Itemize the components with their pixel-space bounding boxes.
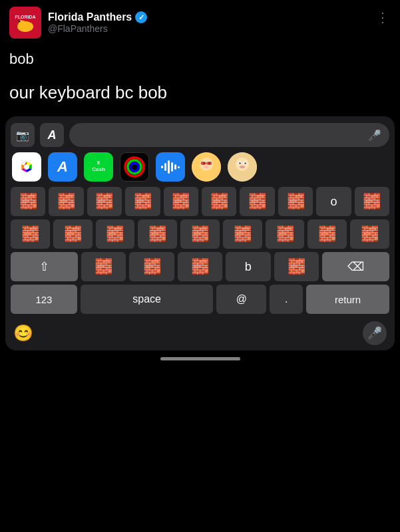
app-memoji2[interactable] xyxy=(228,152,257,182)
verified-badge xyxy=(135,11,147,23)
key-brick-r2-2[interactable]: 🧱 xyxy=(53,219,93,249)
key-brick-4[interactable]: 🧱 xyxy=(125,187,160,216)
account-name: Florida Panthers xyxy=(48,11,147,23)
app-memoji1[interactable] xyxy=(192,152,221,182)
tweet-header: FLORIDA Florida Panthers @FlaPanthers ⋮ xyxy=(0,0,400,45)
app-cash[interactable]: $ Cash xyxy=(84,152,113,182)
at-key[interactable]: @ xyxy=(216,285,266,314)
app-voice-memos[interactable] xyxy=(156,152,185,182)
svg-text:Cash: Cash xyxy=(92,166,105,172)
svg-rect-23 xyxy=(174,164,176,170)
app-icon: A xyxy=(48,128,57,142)
svg-rect-32 xyxy=(201,162,206,165)
account-handle[interactable]: @FlaPanthers xyxy=(48,23,147,34)
space-key[interactable]: space xyxy=(81,285,214,314)
tweet-line1: bob xyxy=(0,45,400,76)
app-button[interactable]: A xyxy=(40,123,64,147)
svg-text:$: $ xyxy=(97,160,100,166)
key-brick-2[interactable]: 🧱 xyxy=(49,187,83,216)
key-brick-r2-6[interactable]: 🧱 xyxy=(223,219,262,249)
svg-text:A: A xyxy=(57,158,68,175)
svg-point-39 xyxy=(239,162,240,164)
svg-rect-21 xyxy=(168,160,170,174)
return-key[interactable]: return xyxy=(306,285,389,314)
key-brick-r2-5[interactable]: 🧱 xyxy=(180,219,220,249)
app-appstore[interactable]: A xyxy=(48,152,77,182)
key-brick-3[interactable]: 🧱 xyxy=(87,187,122,216)
key-brick-7[interactable]: 🧱 xyxy=(240,187,274,216)
emoji-button[interactable]: 😊 xyxy=(13,324,33,342)
key-brick-r3-3[interactable]: 🧱 xyxy=(178,252,222,281)
tweet-line2: our keyboard bc bob xyxy=(0,76,400,116)
svg-point-8 xyxy=(24,164,29,170)
svg-point-40 xyxy=(244,162,246,164)
svg-point-41 xyxy=(240,166,245,168)
camera-icon: 📷 xyxy=(16,129,29,142)
svg-rect-19 xyxy=(161,166,163,168)
key-o[interactable]: o xyxy=(316,187,351,216)
key-brick-r3-4[interactable]: 🧱 xyxy=(274,252,319,281)
avatar[interactable]: FLORIDA xyxy=(9,7,41,39)
key-row-2: 🧱 🧱 🧱 🧱 🧱 🧱 🧱 🧱 🧱 xyxy=(11,219,389,249)
numbers-key[interactable]: 123 xyxy=(11,285,77,314)
key-brick-r2-1[interactable]: 🧱 xyxy=(11,219,50,249)
key-row-3: ⇧ 🧱 🧱 🧱 b 🧱 ⌫ xyxy=(11,252,389,281)
svg-text:FLORIDA: FLORIDA xyxy=(15,15,35,19)
mic-icon: 🎤 xyxy=(368,129,381,142)
svg-rect-20 xyxy=(164,163,166,171)
key-row-1: 🧱 🧱 🧱 🧱 🧱 🧱 🧱 🧱 o 🧱 xyxy=(11,187,389,216)
svg-rect-34 xyxy=(206,163,207,164)
camera-button[interactable]: 📷 xyxy=(11,123,35,147)
svg-point-36 xyxy=(236,158,249,171)
account-name-text: Florida Panthers xyxy=(48,11,132,23)
search-bar[interactable]: 🎤 xyxy=(69,123,389,147)
svg-rect-33 xyxy=(207,162,212,165)
home-indicator xyxy=(160,357,240,360)
keyboard-top-bar: 📷 A 🎤 xyxy=(11,123,389,147)
key-brick-r3-1[interactable]: 🧱 xyxy=(81,252,126,281)
keyboard-footer: 😊 🎤 xyxy=(11,317,389,345)
key-brick-r3-2[interactable]: 🧱 xyxy=(129,252,174,281)
svg-point-5 xyxy=(19,21,21,23)
key-brick-1[interactable]: 🧱 xyxy=(11,187,45,216)
key-brick-r2-3[interactable]: 🧱 xyxy=(96,219,135,249)
key-brick-9[interactable]: 🧱 xyxy=(355,187,389,216)
svg-rect-24 xyxy=(178,166,180,168)
account-info: Florida Panthers @FlaPanthers xyxy=(48,11,147,34)
key-brick-r2-8[interactable]: 🧱 xyxy=(307,219,347,249)
mic-button[interactable]: 🎤 xyxy=(363,321,387,345)
key-b[interactable]: b xyxy=(226,252,270,281)
key-brick-r2-4[interactable]: 🧱 xyxy=(138,219,177,249)
key-brick-r2-7[interactable]: 🧱 xyxy=(266,219,305,249)
mic-icon-footer: 🎤 xyxy=(367,326,382,340)
key-brick-8[interactable]: 🧱 xyxy=(278,187,313,216)
svg-rect-22 xyxy=(171,162,173,172)
key-brick-6[interactable]: 🧱 xyxy=(202,187,236,216)
key-brick-5[interactable]: 🧱 xyxy=(164,187,198,216)
key-brick-r2-9[interactable]: 🧱 xyxy=(350,219,389,249)
key-row-bottom: 123 space @ . return xyxy=(11,285,389,314)
svg-point-31 xyxy=(204,166,209,168)
keyboard: 📷 A 🎤 xyxy=(5,116,395,350)
app-photos[interactable] xyxy=(12,152,41,182)
more-button[interactable]: ⋮ xyxy=(376,9,391,25)
dot-key[interactable]: . xyxy=(270,285,303,314)
app-row: A $ Cash xyxy=(11,152,389,182)
shift-key[interactable]: ⇧ xyxy=(11,252,78,281)
delete-key[interactable]: ⌫ xyxy=(322,252,389,281)
app-activity[interactable] xyxy=(120,152,149,182)
